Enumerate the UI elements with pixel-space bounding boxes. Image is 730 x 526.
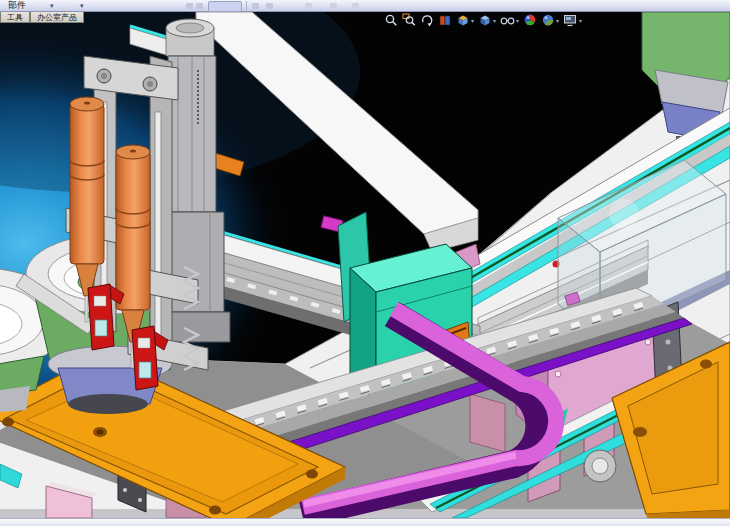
rotate-view-button[interactable] — [419, 12, 435, 28]
zoom-to-area-button[interactable] — [401, 12, 417, 28]
toolbar-button-highlighted[interactable] — [208, 1, 242, 12]
status-bar — [0, 518, 730, 526]
dropdown-caret-icon[interactable]: ▾ — [579, 17, 582, 24]
toolbar-separator — [246, 1, 247, 10]
toolbar-fragment — [252, 3, 259, 9]
color-wheel-icon — [523, 13, 537, 27]
toolbar-fragment — [305, 3, 312, 9]
toolbar-fragment — [352, 3, 359, 9]
section-view-button[interactable] — [437, 12, 453, 28]
section-view-icon — [438, 13, 452, 27]
top-toolbar: 部件 ▾ ▾ — [0, 0, 730, 12]
view-orientation-button[interactable]: ▾ — [455, 12, 475, 28]
glasses-icon — [500, 13, 515, 27]
dropdown-caret-icon[interactable]: ▾ — [516, 17, 519, 24]
scene-sphere-icon — [541, 13, 555, 27]
dropdown-caret-icon[interactable]: ▾ — [493, 17, 496, 24]
dropdown-caret-icon[interactable]: ▾ — [80, 1, 84, 10]
dropdown-caret-icon[interactable]: ▾ — [50, 1, 54, 10]
heads-up-view-toolbar: ▾ ▾ ▾ — [383, 12, 583, 28]
edit-appearance-button[interactable] — [522, 12, 538, 28]
apply-scene-button[interactable]: ▾ — [540, 12, 560, 28]
toolbar-fragment — [186, 3, 193, 9]
zoom-to-fit-button[interactable] — [383, 12, 399, 28]
toolbar-fragment — [330, 3, 337, 9]
component-menu-label[interactable]: 部件 — [8, 0, 26, 12]
display-style-button[interactable]: ▾ — [477, 12, 497, 28]
zoom-to-fit-icon — [384, 13, 398, 27]
tab-office-products[interactable]: 办公室产品 — [30, 12, 84, 23]
zoom-to-area-icon — [402, 13, 416, 27]
tab-tools[interactable]: 工具 — [0, 12, 30, 23]
view-settings-icon — [563, 13, 578, 27]
toolbar-fragment — [266, 3, 273, 9]
cad-scene[interactable] — [0, 12, 730, 518]
dropdown-caret-icon[interactable]: ▾ — [556, 17, 559, 24]
graphics-viewport[interactable]: ▾ ▾ ▾ — [0, 12, 730, 518]
solidworks-window: 部件 ▾ ▾ 工具 办公室产品 — [0, 0, 730, 526]
rotate-view-icon — [420, 13, 434, 27]
view-settings-button[interactable]: ▾ — [562, 12, 583, 28]
guide-rod — [155, 112, 161, 344]
hide-show-items-button[interactable]: ▾ — [499, 12, 520, 28]
dropdown-caret-icon[interactable]: ▾ — [471, 17, 474, 24]
display-style-icon — [478, 13, 492, 27]
view-orientation-icon — [456, 13, 470, 27]
command-manager-tabs: 工具 办公室产品 — [0, 12, 84, 23]
toolbar-fragment — [196, 3, 203, 9]
